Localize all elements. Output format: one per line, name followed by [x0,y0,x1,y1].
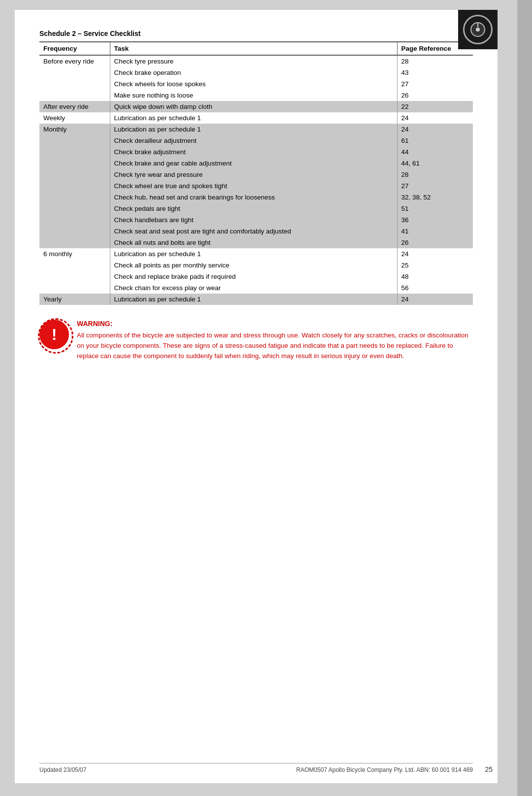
cell-pageref: 28 [397,55,473,67]
table-row: Check and replace brake pads if required… [39,271,473,282]
cell-pageref: 44 [397,146,473,158]
cell-frequency [39,226,110,237]
table-row: Check pedals are tight51 [39,203,473,214]
cell-frequency: 6 monthly [39,248,110,260]
logo-inner [470,22,485,37]
cell-frequency [39,260,110,271]
cell-task: Check and replace brake pads if required [110,271,397,282]
cell-frequency: Weekly [39,112,110,124]
cell-frequency [39,203,110,214]
warning-body: All components of the bicycle are subjec… [77,331,473,362]
cell-task: Check derailleur adjustment [110,135,397,146]
cell-pageref: 26 [397,90,473,101]
table-row: Check handlebars are tight36 [39,214,473,226]
cell-task: Check tyre wear and pressure [110,169,397,180]
page-content: Schedule 2 – Service Checklist Frequency… [15,10,498,783]
footer: Updated 23/05/07 RAOM0507 Apollo Bicycle… [39,763,473,773]
warning-icon: ! [39,320,69,349]
cell-pageref: 24 [397,112,473,124]
page-number: 25 [485,765,493,773]
cell-frequency [39,67,110,78]
cell-task: Lubrication as per schedule 1 [110,248,397,260]
cell-pageref: 24 [397,294,473,305]
cell-pageref: 27 [397,78,473,90]
table-row: MonthlyLubrication as per schedule 124 [39,124,473,135]
cell-pageref: 41 [397,226,473,237]
cell-task: Check hub, head set and crank bearings f… [110,192,397,203]
cell-frequency [39,237,110,248]
warning-text: WARNING: All components of the bicycle a… [77,320,473,362]
cell-task: Check all points as per monthly service [110,260,397,271]
table-row: Check all points as per monthly service2… [39,260,473,271]
cell-task: Check pedals are tight [110,203,397,214]
cell-frequency: Monthly [39,124,110,135]
checklist-table: Frequency Task Page Reference Before eve… [39,41,473,305]
col-header-task: Task [110,42,397,55]
table-row: Before every rideCheck tyre pressure28 [39,55,473,67]
cell-pageref: 56 [397,282,473,294]
cell-pageref: 36 [397,214,473,226]
cell-task: Check chain for excess play or wear [110,282,397,294]
table-row: YearlyLubrication as per schedule 124 [39,294,473,305]
table-row: Check tyre wear and pressure28 [39,169,473,180]
cell-task: Check brake adjustment [110,146,397,158]
cell-frequency [39,78,110,90]
cell-task: Lubrication as per schedule 1 [110,294,397,305]
cell-frequency [39,271,110,282]
table-row: Check derailleur adjustment61 [39,135,473,146]
table-row: After every rideQuick wipe down with dam… [39,101,473,112]
table-row: 6 monthlyLubrication as per schedule 124 [39,248,473,260]
cell-task: Check seat and seat post are tight and c… [110,226,397,237]
cell-pageref: 24 [397,124,473,135]
cell-frequency [39,90,110,101]
cell-frequency [39,180,110,192]
cell-task: Check wheels for loose spokes [110,78,397,90]
cell-frequency [39,282,110,294]
cell-frequency: After every ride [39,101,110,112]
cell-pageref: 61 [397,135,473,146]
warning-title: WARNING: [77,320,473,328]
logo-area [458,10,498,49]
cell-task: Lubrication as per schedule 1 [110,124,397,135]
footer-center: RAOM0507 Apollo Bicycle Company Pty. Ltd… [296,766,473,773]
col-header-frequency: Frequency [39,42,110,55]
cell-pageref: 43 [397,67,473,78]
cell-task: Make sure nothing is loose [110,90,397,101]
cell-task: Lubrication as per schedule 1 [110,112,397,124]
cell-frequency [39,192,110,203]
cell-frequency [39,169,110,180]
cell-frequency: Yearly [39,294,110,305]
exclamation-icon: ! [52,327,57,342]
table-row: Check seat and seat post are tight and c… [39,226,473,237]
cell-task: Check handlebars are tight [110,214,397,226]
cell-task: Check brake and gear cable adjustment [110,158,397,169]
table-row: Make sure nothing is loose26 [39,90,473,101]
cell-pageref: 32, 38, 52 [397,192,473,203]
table-row: Check chain for excess play or wear56 [39,282,473,294]
table-row: Check all nuts and bolts are tight26 [39,237,473,248]
section-title: Schedule 2 – Service Checklist [39,30,473,37]
cell-frequency [39,146,110,158]
cell-pageref: 22 [397,101,473,112]
table-header-row: Frequency Task Page Reference [39,42,473,55]
cell-task: Check brake operation [110,67,397,78]
cell-frequency [39,135,110,146]
cell-pageref: 51 [397,203,473,214]
table-row: Check brake and gear cable adjustment44,… [39,158,473,169]
right-sidebar [517,0,532,796]
cell-task: Check wheel are true and spokes tight [110,180,397,192]
footer-left: Updated 23/05/07 [39,766,86,773]
table-row: Check brake adjustment44 [39,146,473,158]
cell-frequency: Before every ride [39,55,110,67]
table-row: Check brake operation43 [39,67,473,78]
cell-task: Quick wipe down with damp cloth [110,101,397,112]
cell-pageref: 48 [397,271,473,282]
table-row: Check wheel are true and spokes tight27 [39,180,473,192]
cell-frequency [39,158,110,169]
table-row: Check hub, head set and crank bearings f… [39,192,473,203]
cell-pageref: 44, 61 [397,158,473,169]
logo-icon [476,28,480,32]
cell-pageref: 24 [397,248,473,260]
table-row: Check wheels for loose spokes27 [39,78,473,90]
cell-frequency [39,214,110,226]
